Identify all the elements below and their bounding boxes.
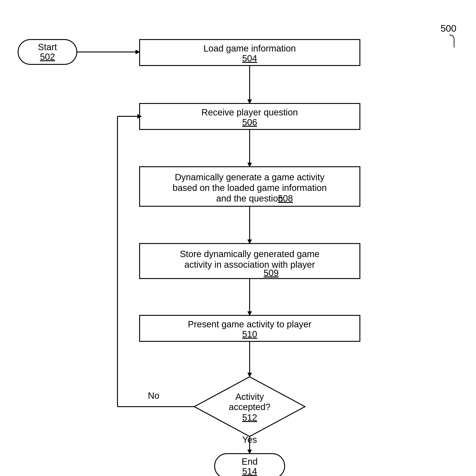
svg-text:Dynamically generate a game ac: Dynamically generate a game activity (175, 172, 325, 182)
svg-text:510: 510 (242, 329, 257, 339)
svg-text:502: 502 (40, 52, 55, 62)
svg-text:Activity: Activity (235, 392, 264, 402)
svg-text:508: 508 (278, 193, 293, 203)
svg-text:506: 506 (242, 117, 257, 127)
svg-text:514: 514 (242, 466, 257, 476)
svg-text:504: 504 (242, 53, 257, 63)
svg-text:End: End (241, 457, 257, 466)
svg-text:No: No (148, 391, 159, 401)
svg-text:Present game activity to playe: Present game activity to player (188, 319, 311, 329)
svg-text:Load game information: Load game information (203, 43, 296, 53)
svg-text:Start: Start (38, 42, 57, 52)
svg-text:and the question: and the question (216, 193, 283, 203)
svg-text:activity in association with p: activity in association with player (184, 260, 315, 270)
svg-text:509: 509 (264, 268, 279, 278)
flowchart-diagram: 500 Start 502 Load game information 504 … (0, 0, 476, 476)
svg-text:based on the loaded game infor: based on the loaded game information (173, 183, 327, 193)
svg-text:Store dynamically generated ga: Store dynamically generated game (180, 249, 320, 259)
svg-text:Receive player question: Receive player question (202, 107, 298, 117)
svg-text:512: 512 (242, 412, 257, 423)
svg-text:accepted?: accepted? (229, 402, 271, 412)
svg-text:500: 500 (441, 23, 456, 34)
